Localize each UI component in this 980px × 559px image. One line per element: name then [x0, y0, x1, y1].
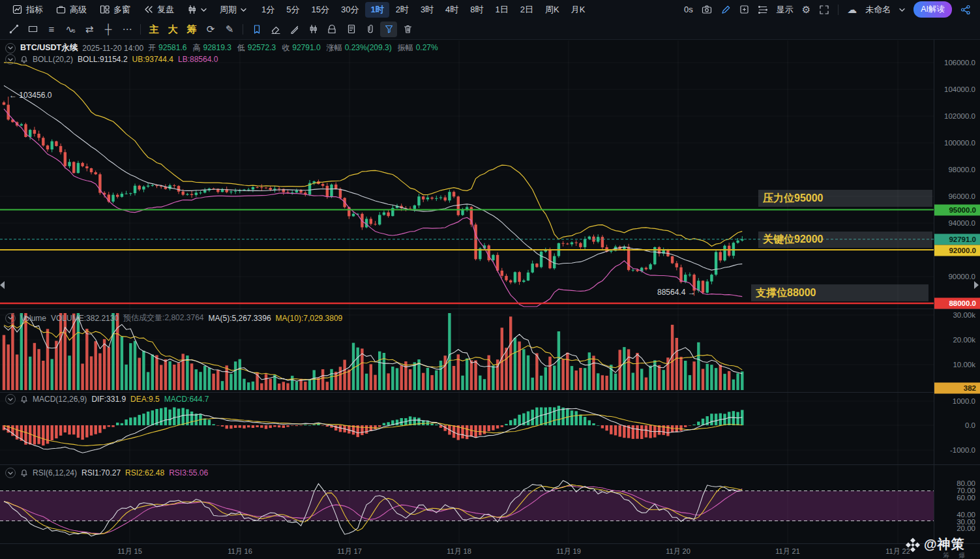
rsi2-value: RSI2:62.48	[125, 468, 164, 477]
support-annotation[interactable]: 支撑位88000	[751, 284, 928, 301]
rsi-pane-header: RSI(6,12,24) RSI1:70.27 RSI2:62.48 RSI3:…	[5, 468, 208, 478]
high-price-marker: ← 103456.0	[9, 91, 52, 100]
collapse-chevron-icon[interactable]	[5, 394, 16, 404]
timeframe-button[interactable]: 30分	[336, 2, 364, 18]
alert-bell-icon[interactable]	[20, 395, 28, 404]
indicators-button[interactable]: 指标	[7, 2, 49, 18]
watermark-text: @神策	[924, 536, 965, 553]
wave-count-tool[interactable]: ∿6	[62, 22, 79, 37]
multi-window-icon	[100, 5, 110, 14]
trend-line-tool[interactable]	[5, 22, 22, 37]
adjust-lines-tool[interactable]: ⇄	[81, 22, 98, 37]
collapse-chevron-icon[interactable]	[5, 54, 16, 65]
timeframe-button[interactable]: 5分	[281, 2, 304, 18]
rsi-name: RSI(6,12,24)	[33, 468, 77, 477]
multi-window-button[interactable]: 多窗	[94, 2, 136, 18]
timeframe-button[interactable]: 15分	[306, 2, 334, 18]
price-axis-label: 88000.0	[934, 298, 980, 309]
resistance-annotation[interactable]: 压力位95000	[758, 190, 932, 207]
rsi3-value: RSI3:55.06	[169, 468, 208, 477]
settings-gear-icon[interactable]: ⚙	[802, 5, 810, 14]
volume-axis-label: 382	[934, 383, 980, 394]
price-axis-label: 102000.0	[934, 112, 978, 120]
chevron-down-icon	[241, 8, 246, 12]
time-scale[interactable]: 11月 1511月 1611月 1711月 1811月 1911月 2011月 …	[0, 545, 934, 558]
cross-measure-tool[interactable]: ┼	[100, 22, 117, 37]
volume-pane-header: Volume VOLUME:382.2130 预估成交量:2,802.3764 …	[5, 312, 342, 324]
date-axis-label: 11月 19	[556, 547, 581, 556]
glyph-tool[interactable]: 筹	[183, 22, 200, 37]
eraser-tool[interactable]	[267, 22, 284, 37]
date-axis-label: 11月 20	[666, 547, 690, 556]
parallel-lines-tool[interactable]: ≡	[43, 22, 60, 37]
new-pane-icon[interactable]	[739, 5, 749, 14]
price-pane-header: BTC/USDT永续 2025-11-20 14:00 开92581.6高928…	[5, 42, 438, 53]
object-tree-icon[interactable]	[758, 5, 768, 15]
volume-estimate: 预估成交量:2,802.3764	[123, 312, 203, 324]
topbar-right: 0s 显示 ⚙ ☁ 未命名 AI解读	[684, 1, 973, 18]
timeframe-button[interactable]: 4时	[440, 2, 464, 18]
briefcase-icon	[56, 5, 66, 14]
indicator-icon	[12, 5, 22, 14]
divider	[838, 5, 839, 15]
timeframe-button[interactable]: 3时	[415, 2, 439, 18]
glyph-tool[interactable]: 大	[164, 22, 181, 37]
share-icon[interactable]	[960, 5, 971, 15]
more-tools[interactable]: ⋯	[119, 22, 136, 37]
period-button[interactable]: 周期	[214, 2, 252, 18]
timeframe-button[interactable]: 1日	[490, 2, 514, 18]
bookmark-tool[interactable]	[248, 22, 265, 37]
fullscreen-icon[interactable]	[819, 5, 829, 15]
boll-header: BOLL(20,2) BOLL:91154.2 UB:93744.4 LB:88…	[5, 54, 218, 65]
compare-candles-tool[interactable]	[304, 22, 321, 37]
candle-style-button[interactable]	[181, 3, 213, 16]
replay-button[interactable]: 复盘	[138, 2, 180, 18]
rsi-axis-label: 20.00	[934, 524, 978, 532]
collapse-chevron-icon[interactable]	[5, 313, 16, 324]
glyph-tool[interactable]: 主	[145, 22, 162, 37]
screenshot-icon[interactable]	[702, 5, 712, 14]
boll-mid-value: BOLL:91154.2	[78, 55, 128, 64]
advanced-button[interactable]: 高级	[50, 2, 93, 18]
timeframe-button[interactable]: 2日	[515, 2, 539, 18]
timeframe-button[interactable]: 1分	[256, 2, 280, 18]
replay-label: 复盘	[157, 4, 174, 16]
alert-bell-icon[interactable]	[20, 55, 28, 64]
timeframe-button[interactable]: 周K	[540, 2, 565, 18]
collapse-chevron-icon[interactable]	[5, 43, 16, 53]
bar-datetime: 2025-11-20 14:00	[82, 44, 143, 53]
volume-value: VOLUME:382.2130	[51, 314, 119, 323]
timeframe-button[interactable]: 8时	[465, 2, 488, 18]
trash-tool[interactable]	[399, 22, 416, 37]
workspace-name[interactable]: 未命名	[865, 4, 891, 16]
rotate-tool[interactable]: ⟳	[202, 22, 219, 37]
brand-logo-icon	[905, 537, 921, 552]
notes-tool[interactable]	[342, 22, 359, 37]
chevron-down-icon[interactable]	[899, 8, 905, 12]
macd-dea-value: DEA:9.5	[130, 395, 160, 404]
alert-bell-icon[interactable]	[20, 469, 28, 477]
macd-pane-header: MACD(12,26,9) DIF:331.9 DEA:9.5 MACD:644…	[5, 394, 209, 404]
pen-tool[interactable]	[286, 22, 303, 37]
display-button[interactable]: 显示	[777, 4, 794, 16]
key-level-annotation[interactable]: 关键位92000	[758, 232, 932, 248]
lock-tool[interactable]	[323, 22, 340, 37]
magnet-clip-tool[interactable]	[361, 22, 378, 37]
timeframe-button[interactable]: 2时	[391, 2, 414, 18]
watermark: @神策	[905, 536, 965, 553]
price-scale[interactable]: 106000.0104000.0102000.0100000.098000.09…	[934, 0, 980, 559]
draw-pencil-icon[interactable]	[720, 5, 731, 14]
price-axis-label: 104000.0	[934, 85, 978, 93]
macd-axis-label: -1000.0	[934, 446, 978, 454]
brush-tool[interactable]: ✎	[221, 22, 238, 37]
ai-analysis-button[interactable]: AI解读	[913, 1, 952, 18]
filter-funnel-tool[interactable]	[380, 22, 397, 37]
date-axis-label: 11月 15	[117, 547, 142, 556]
rectangle-tool[interactable]	[24, 22, 41, 37]
timeframe-button[interactable]: 月K	[566, 2, 591, 18]
boll-lb-value: LB:88564.0	[178, 55, 218, 64]
indicators-label: 指标	[26, 4, 43, 16]
timeframe-button[interactable]: 1时	[365, 2, 389, 18]
collapse-chevron-icon[interactable]	[5, 468, 16, 478]
volume-name: Volume	[20, 314, 46, 323]
